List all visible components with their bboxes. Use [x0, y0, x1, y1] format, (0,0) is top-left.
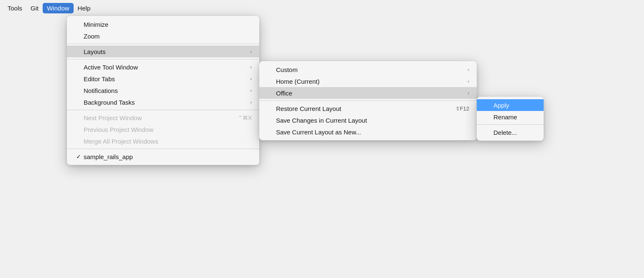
shortcut-next-project: ⌃⌘X — [238, 115, 252, 121]
chevron-right-icon: › — [468, 79, 469, 84]
menu-item-editor-tabs[interactable]: Editor Tabs › — [67, 73, 259, 85]
menu-item-next-project-window[interactable]: Next Project Window ⌃⌘X — [67, 112, 259, 124]
separator-1 — [67, 44, 259, 44]
menu-item-home-current[interactable]: Home (Current) › — [259, 75, 477, 87]
menu-bar-window[interactable]: Window — [43, 3, 73, 13]
menu-item-rename[interactable]: Rename — [477, 111, 544, 123]
chevron-right-icon: › — [250, 88, 252, 93]
menu-item-minimize[interactable]: Minimize — [67, 18, 259, 30]
menu-item-apply[interactable]: Apply — [477, 99, 544, 111]
menu-item-zoom[interactable]: Zoom — [67, 30, 259, 42]
chevron-right-icon: › — [250, 64, 252, 70]
menu-bar-help[interactable]: Help — [74, 3, 95, 13]
chevron-right-icon: › — [468, 90, 469, 95]
shortcut-restore: ⇧F12 — [455, 106, 469, 112]
menu-bar-git[interactable]: Git — [26, 3, 43, 13]
menu-bar-tools[interactable]: Tools — [3, 3, 26, 13]
window-dropdown: Minimize Zoom Layouts › Active Tool Wind… — [67, 16, 259, 165]
separator-layouts-1 — [259, 100, 477, 101]
separator-2 — [67, 59, 259, 59]
menu-bar: Tools Git Window Help — [0, 0, 644, 16]
menu-item-custom[interactable]: Custom › — [259, 64, 477, 75]
menu-item-active-tool-window[interactable]: Active Tool Window › — [67, 61, 259, 73]
separator-4 — [67, 149, 259, 149]
office-submenu: Apply Rename Delete... — [477, 97, 544, 141]
separator-3 — [67, 110, 259, 110]
menu-item-notifications[interactable]: Notifications › — [67, 85, 259, 96]
chevron-right-icon: › — [250, 49, 252, 54]
menu-item-office[interactable]: Office › — [259, 87, 477, 99]
menu-item-merge-all-project-windows[interactable]: Merge All Project Windows — [67, 135, 259, 147]
menu-item-sample-rails-app[interactable]: ✓ sample_rails_app — [67, 151, 259, 162]
window-menu: Minimize Zoom Layouts › Active Tool Wind… — [67, 16, 259, 165]
menu-item-save-current-layout-as-new[interactable]: Save Current Layout as New... — [259, 126, 477, 138]
menu-item-restore-current-layout[interactable]: Restore Current Layout ⇧F12 — [259, 103, 477, 114]
menu-item-layouts[interactable]: Layouts › — [67, 46, 259, 57]
chevron-right-icon: › — [250, 100, 252, 105]
menu-item-previous-project-window[interactable]: Previous Project Window — [67, 124, 259, 135]
chevron-right-icon: › — [250, 76, 252, 81]
separator-office-1 — [477, 124, 544, 125]
menu-item-background-tasks[interactable]: Background Tasks › — [67, 96, 259, 108]
layouts-submenu: Custom › Home (Current) › Office › Resto… — [259, 61, 477, 140]
menu-item-delete[interactable]: Delete... — [477, 126, 544, 138]
menu-item-save-changes-current-layout[interactable]: Save Changes in Current Layout — [259, 114, 477, 126]
chevron-right-icon: › — [468, 67, 469, 72]
